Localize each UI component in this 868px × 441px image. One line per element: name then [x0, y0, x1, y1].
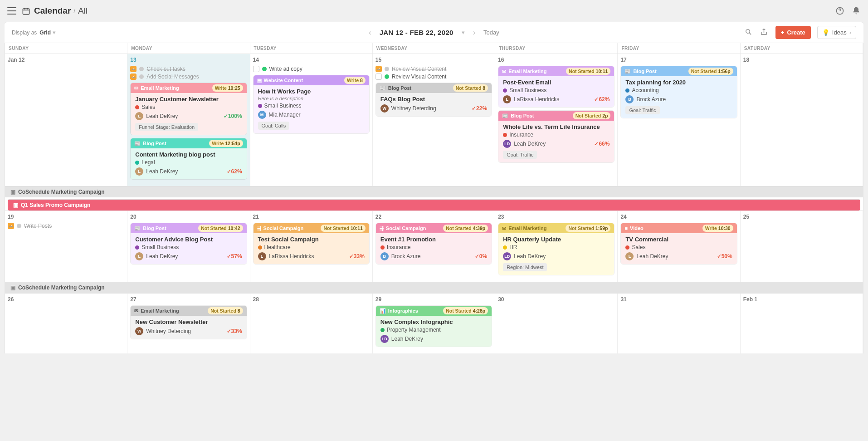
campaign-icon: ⇶ — [380, 225, 384, 231]
day-cell[interactable]: 15 ✓Review Visual Content Review Visual … — [373, 54, 495, 186]
day-cell[interactable]: 21 ⇶Social CampaignNot Started 10:11 Tes… — [250, 211, 373, 282]
help-icon[interactable] — [835, 6, 844, 15]
svg-point-2 — [746, 29, 750, 33]
plus-icon: + — [781, 29, 785, 36]
chevron-down-icon[interactable]: ▾ — [462, 29, 465, 36]
campaign-label: CoSchedule Marketing Campaign — [18, 284, 105, 291]
prev-icon[interactable]: ‹ — [369, 29, 371, 37]
event-card[interactable]: ▤Website ContentWrite 8 How It Works Pag… — [253, 75, 370, 134]
percent: ✓33% — [227, 328, 242, 334]
event-card[interactable]: 📰Blog PostNot Started 1:56p Tax planning… — [620, 66, 737, 118]
ideas-button[interactable]: 💡Ideas› — [817, 26, 856, 39]
event-card[interactable]: ⇶Social CampaignNot Started 4:39p Event … — [375, 223, 492, 265]
checkbox-icon[interactable] — [253, 66, 259, 72]
card-type: Blog Post — [388, 85, 411, 91]
event-card[interactable]: ■VideoWrite 10:30 TV Commercial Sales LL… — [620, 223, 737, 265]
day-cell[interactable]: 25 — [741, 211, 863, 282]
menu-icon[interactable] — [7, 6, 16, 15]
create-label: Create — [787, 29, 805, 36]
avatar: LD — [503, 252, 511, 260]
event-card[interactable]: 📰Blog PostNot Started 10:42 Customer Adv… — [130, 223, 247, 265]
task-item[interactable]: Review Visual Content — [375, 74, 492, 80]
share-icon[interactable] — [760, 28, 769, 37]
task-label: Review Visual Content — [392, 74, 447, 80]
day-cell[interactable]: 20 📰Blog PostNot Started 10:42 Customer … — [127, 211, 250, 282]
today-button[interactable]: Today — [483, 29, 499, 36]
checkbox-icon[interactable]: ✓ — [130, 74, 137, 80]
checkbox-icon[interactable]: ✓ — [375, 66, 382, 72]
percent: ✓62% — [227, 168, 242, 175]
card-type: Video — [630, 225, 644, 231]
tag-label: Legal — [141, 159, 155, 166]
avatar: W — [380, 104, 389, 113]
assignee-name: LaRissa Hendricks — [514, 96, 559, 103]
card-type: Blog Post — [143, 225, 166, 231]
task-item[interactable]: ✓Check out tasks — [130, 66, 247, 72]
task-item[interactable]: Write ad copy — [253, 66, 370, 72]
day-cell[interactable]: Feb 1 — [741, 294, 863, 353]
tag-dot — [380, 245, 385, 250]
event-card[interactable]: ✉Email MarketingWrite 10:25 January Cust… — [130, 83, 247, 135]
display-as-value[interactable]: Grid — [39, 29, 51, 36]
day-cell[interactable]: 19 ✓Write Posts — [5, 211, 127, 282]
task-item[interactable]: ✓Write Posts — [8, 223, 124, 229]
date-number: 26 — [8, 296, 124, 303]
task-label: Add Social Messages — [146, 74, 199, 80]
task-label: Check out tasks — [146, 66, 185, 72]
day-cell[interactable]: 17 📰Blog PostNot Started 1:56p Tax plann… — [618, 54, 740, 186]
task-item[interactable]: ✓Add Social Messages — [130, 74, 247, 80]
event-card[interactable]: ✉Email MarketingNot Started 8 New Custom… — [130, 305, 247, 339]
day-cell-today[interactable]: 13 ✓Check out tasks ✓Add Social Messages… — [127, 54, 250, 186]
campaign-bar[interactable]: ▣CoSchedule Marketing Campaign — [5, 282, 863, 293]
event-card[interactable]: 📰Blog PostNot Started 8 FAQs Blog Post W… — [375, 83, 492, 117]
display-as-label: Display as — [12, 29, 37, 36]
search-icon[interactable] — [745, 28, 754, 37]
event-card[interactable]: 📰Blog PostNot Started 2p Whole Life vs. … — [498, 110, 614, 163]
event-card[interactable]: ⇶Social CampaignNot Started 10:11 Test S… — [253, 223, 370, 265]
date-number: 25 — [743, 214, 860, 220]
avatar: L — [503, 95, 511, 103]
event-card[interactable]: 📰Blog PostWrite 12:54p Content Marketing… — [130, 138, 247, 180]
day-cell[interactable]: 22 ⇶Social CampaignNot Started 4:39p Eve… — [373, 211, 495, 282]
date-range[interactable]: JAN 12 - FEB 22, 2020 — [380, 29, 454, 36]
event-card[interactable]: ✉Email MarketingNot Started 1:59p HR Qua… — [498, 223, 614, 275]
date-number: 15 — [375, 57, 492, 63]
color-dot — [139, 74, 144, 79]
task-item[interactable]: ✓Review Visual Content — [375, 66, 492, 72]
svg-rect-0 — [23, 8, 29, 14]
rss-icon: 📰 — [380, 85, 386, 91]
day-cell[interactable]: 28 — [250, 294, 373, 353]
day-cell[interactable]: 26 — [5, 294, 127, 353]
chevron-down-icon[interactable]: ▾ — [53, 29, 56, 36]
campaign-bar-active[interactable]: ▣Q1 Sales Promo Campaign — [8, 199, 860, 211]
color-dot — [385, 74, 389, 79]
day-cell[interactable]: 24 ■VideoWrite 10:30 TV Commercial Sales… — [618, 211, 740, 282]
card-type: Website Content — [264, 78, 303, 83]
bell-icon[interactable] — [852, 6, 861, 15]
checkbox-icon[interactable] — [375, 74, 382, 80]
day-cell[interactable]: 18 — [741, 54, 863, 186]
date-number: Feb 1 — [743, 296, 860, 303]
day-cell[interactable]: 29 📊InfographicsNot Started 4:28p New Co… — [373, 294, 495, 353]
day-cell[interactable]: 31 — [618, 294, 740, 353]
day-cell[interactable]: 14 Write ad copy ▤Website ContentWrite 8… — [250, 54, 373, 186]
status-pill: Not Started 4:28p — [443, 307, 488, 314]
breadcrumb-main[interactable]: Calendar — [34, 6, 71, 16]
checkbox-icon[interactable]: ✓ — [130, 66, 137, 72]
campaign-bar[interactable]: ▣CoSchedule Marketing Campaign — [5, 186, 863, 197]
avatar: B — [625, 95, 634, 103]
breadcrumb-sub[interactable]: All — [78, 6, 88, 16]
day-cell[interactable]: 27 ✉Email MarketingNot Started 8 New Cus… — [127, 294, 250, 353]
week-row: Jan 12 13 ✓Check out tasks ✓Add Social M… — [5, 54, 863, 186]
create-button[interactable]: +Create — [775, 26, 811, 39]
event-card[interactable]: ✉Email MarketingNot Started 10:11 Post-E… — [498, 66, 614, 108]
checkbox-icon[interactable]: ✓ — [8, 223, 14, 229]
date-number: 17 — [620, 57, 737, 63]
event-card[interactable]: 📊InfographicsNot Started 4:28p New Compl… — [375, 305, 492, 347]
day-cell[interactable]: 23 ✉Email MarketingNot Started 1:59p HR … — [495, 211, 618, 282]
day-cell[interactable]: 16 ✉Email MarketingNot Started 10:11 Pos… — [495, 54, 618, 186]
day-cell[interactable]: Jan 12 — [5, 54, 127, 186]
day-cell[interactable]: 30 — [495, 294, 618, 353]
next-icon[interactable]: › — [473, 29, 475, 37]
card-type: Infographics — [388, 308, 418, 314]
